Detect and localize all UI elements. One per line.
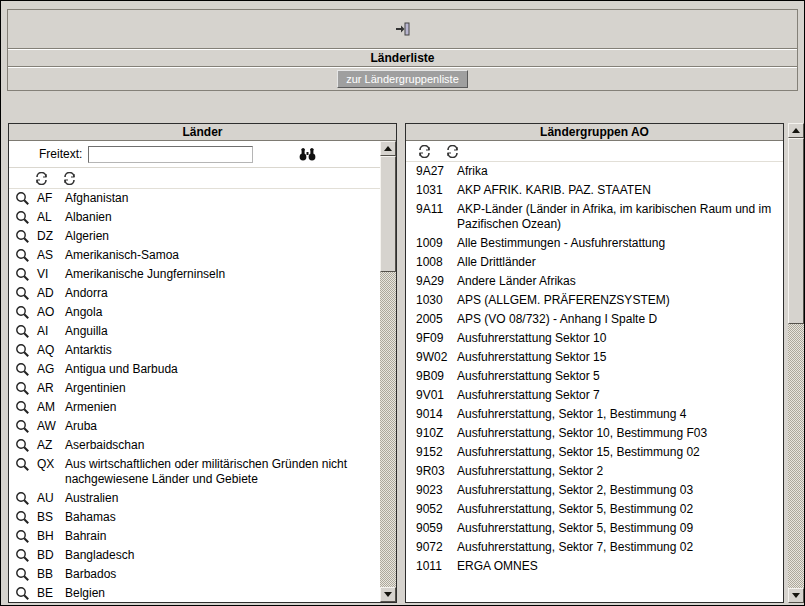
magnifier-icon[interactable] (15, 491, 37, 506)
country-group-row[interactable]: 9152 Ausfuhrerstattung, Sektor 15, Besti… (406, 443, 783, 462)
magnifier-icon[interactable] (15, 457, 37, 472)
arrow-down-icon (792, 593, 800, 598)
scroll-track[interactable] (788, 138, 804, 588)
countries-panel-header: Länder (9, 124, 396, 141)
magnifier-icon[interactable] (15, 586, 37, 601)
country-row[interactable]: AO Angola (9, 303, 380, 322)
magnifier-icon[interactable] (15, 567, 37, 582)
country-code: AO (37, 305, 65, 320)
countries-scrollbar[interactable] (380, 141, 396, 602)
country-code: BS (37, 510, 65, 525)
magnifier-icon[interactable] (15, 286, 37, 301)
freetext-input[interactable] (88, 146, 253, 163)
magnifier-icon[interactable] (15, 381, 37, 396)
country-group-row[interactable]: 9052 Ausfuhrerstattung, Sektor 5, Bestim… (406, 500, 783, 519)
page-title: Länderliste (370, 51, 434, 65)
country-row[interactable]: QX Aus wirtschaftlichen oder militärisch… (9, 455, 380, 489)
country-row[interactable]: AM Armenien (9, 398, 380, 417)
sort-by-code-icon[interactable] (35, 172, 48, 185)
country-group-row[interactable]: 2005 APS (VO 08/732) - Anhang I Spalte D (406, 310, 783, 329)
country-row[interactable]: AU Australien (9, 489, 380, 508)
header-box: Länderliste zur Ländergruppenliste (7, 9, 798, 91)
country-row[interactable]: AL Albanien (9, 208, 380, 227)
country-row[interactable]: AG Antigua und Barbuda (9, 360, 380, 379)
group-code: 9F09 (416, 331, 457, 346)
laendergruppenliste-button[interactable]: zur Ländergruppenliste (337, 70, 468, 88)
country-row[interactable]: BE Belgien (9, 584, 380, 602)
country-group-row[interactable]: 9A29 Andere Länder Afrikas (406, 272, 783, 291)
country-group-row[interactable]: 1031 AKP AFRIK. KARIB. PAZ. STAATEN (406, 181, 783, 200)
magnifier-icon[interactable] (15, 210, 37, 225)
country-name: Andorra (65, 286, 376, 301)
country-group-row[interactable]: 9A11 AKP-Länder (Länder in Afrika, im ka… (406, 200, 783, 234)
country-row[interactable]: AI Anguilla (9, 322, 380, 341)
country-group-row[interactable]: 9014 Ausfuhrerstattung, Sektor 1, Bestim… (406, 405, 783, 424)
country-group-row[interactable]: 9059 Ausfuhrerstattung, Sektor 5, Bestim… (406, 519, 783, 538)
group-code: 9A29 (416, 274, 457, 289)
magnifier-icon[interactable] (15, 529, 37, 544)
scroll-track[interactable] (380, 156, 396, 587)
magnifier-icon[interactable] (15, 191, 37, 206)
scroll-thumb[interactable] (380, 156, 396, 272)
scroll-down-button[interactable] (380, 587, 396, 602)
country-group-row[interactable]: 1030 APS (ALLGEM. PRÄFERENZSYSTEM) (406, 291, 783, 310)
group-name: Andere Länder Afrikas (457, 274, 777, 289)
magnifier-icon[interactable] (15, 248, 37, 263)
magnifier-icon[interactable] (15, 362, 37, 377)
group-code: 1009 (416, 236, 457, 251)
country-group-row[interactable]: 1011 ERGA OMNES (406, 557, 783, 576)
country-group-row[interactable]: 9V01 Ausfuhrerstattung Sektor 7 (406, 386, 783, 405)
country-row[interactable]: AF Afghanistan (9, 189, 380, 208)
magnifier-icon[interactable] (15, 510, 37, 525)
scroll-up-button[interactable] (380, 141, 396, 156)
group-code: 9A11 (416, 202, 457, 217)
country-group-row[interactable]: 1008 Alle Drittländer (406, 253, 783, 272)
country-row[interactable]: AW Aruba (9, 417, 380, 436)
country-row[interactable]: AQ Antarktis (9, 341, 380, 360)
group-name: AKP AFRIK. KARIB. PAZ. STAATEN (457, 183, 777, 198)
scroll-down-button[interactable] (788, 588, 804, 603)
country-row[interactable]: AD Andorra (9, 284, 380, 303)
country-row[interactable]: BH Bahrain (9, 527, 380, 546)
group-code: 2005 (416, 312, 457, 327)
magnifier-icon[interactable] (15, 267, 37, 282)
magnifier-icon[interactable] (15, 419, 37, 434)
country-group-row[interactable]: 9B09 Ausfuhrerstattung Sektor 5 (406, 367, 783, 386)
scroll-up-button[interactable] (788, 123, 804, 138)
magnifier-icon[interactable] (15, 548, 37, 563)
magnifier-icon[interactable] (15, 343, 37, 358)
country-row[interactable]: BB Barbados (9, 565, 380, 584)
magnifier-icon[interactable] (15, 438, 37, 453)
group-name: Alle Bestimmungen - Ausfuhrerstattung (457, 236, 777, 251)
exit-icon[interactable] (395, 21, 411, 37)
magnifier-icon[interactable] (15, 305, 37, 320)
magnifier-icon[interactable] (15, 324, 37, 339)
country-row[interactable]: VI Amerikanische Jungferninseln (9, 265, 380, 284)
magnifier-icon[interactable] (15, 400, 37, 415)
sort-by-name-icon[interactable] (63, 172, 76, 185)
magnifier-icon[interactable] (15, 229, 37, 244)
country-row[interactable]: AR Argentinien (9, 379, 380, 398)
country-row[interactable]: DZ Algerien (9, 227, 380, 246)
country-group-row[interactable]: 1009 Alle Bestimmungen - Ausfuhrerstattu… (406, 234, 783, 253)
binoculars-search-icon[interactable] (299, 147, 316, 161)
scroll-thumb[interactable] (788, 138, 804, 324)
page-title-row: Länderliste (8, 49, 797, 67)
country-code: AZ (37, 438, 65, 453)
country-group-row[interactable]: 9A27 Afrika (406, 162, 783, 181)
sort-by-code-icon[interactable] (418, 145, 431, 158)
country-row[interactable]: BS Bahamas (9, 508, 380, 527)
country-row[interactable]: AZ Aserbaidschan (9, 436, 380, 455)
sort-by-name-icon[interactable] (446, 145, 459, 158)
country-group-row[interactable]: 9R03 Ausfuhrerstattung, Sektor 2 (406, 462, 783, 481)
country-group-row[interactable]: 9F09 Ausfuhrerstattung Sektor 10 (406, 329, 783, 348)
country-group-row[interactable]: 9072 Ausfuhrerstattung, Sektor 7, Bestim… (406, 538, 783, 557)
country-group-row[interactable]: 9023 Ausfuhrerstattung, Sektor 2, Bestim… (406, 481, 783, 500)
country-group-row[interactable]: 910Z Ausfuhrerstattung, Sektor 10, Besti… (406, 424, 783, 443)
country-row[interactable]: BD Bangladesch (9, 546, 380, 565)
country-group-row[interactable]: 9W02 Ausfuhrerstattung Sektor 15 (406, 348, 783, 367)
country-row[interactable]: AS Amerikanisch-Samoa (9, 246, 380, 265)
country-groups-scrollbar[interactable] (788, 123, 804, 603)
country-name: Argentinien (65, 381, 376, 396)
group-code: 910Z (416, 426, 457, 441)
